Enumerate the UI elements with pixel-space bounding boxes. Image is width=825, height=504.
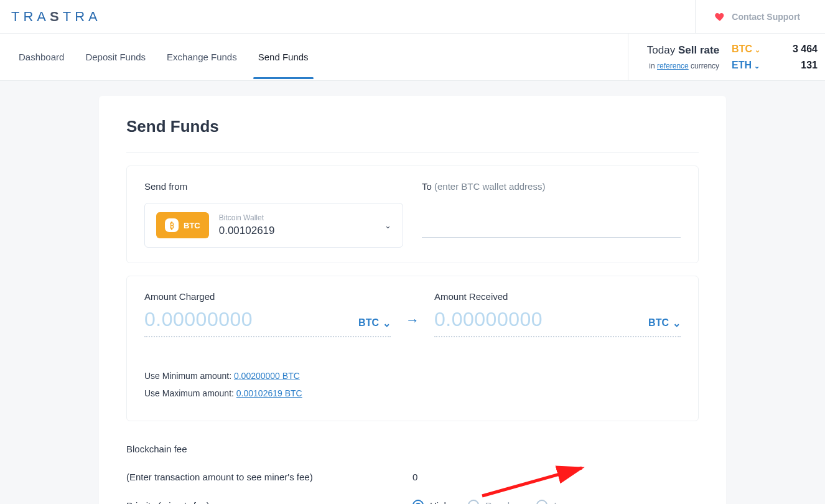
nav-dashboard[interactable]: Dashboard bbox=[19, 35, 64, 78]
rates-today: Today bbox=[647, 44, 678, 56]
wallet-balance: 0.00102619 bbox=[219, 225, 275, 237]
chevron-down-icon: ⌄ bbox=[754, 62, 760, 70]
to-hint: (enter BTC wallet address) bbox=[434, 181, 545, 192]
rate-eth-value: 131 bbox=[785, 60, 818, 71]
page-title: Send Funds bbox=[126, 117, 699, 153]
radio-icon bbox=[468, 500, 479, 504]
chevron-down-icon: ⌄ bbox=[383, 317, 391, 329]
contact-support-button[interactable]: Contact Support bbox=[695, 0, 825, 33]
brand-logo[interactable]: TRASTRA bbox=[0, 9, 101, 25]
priority-radios: High Regular Low bbox=[412, 500, 699, 504]
chevron-down-icon: ⌄ bbox=[673, 317, 681, 329]
main-nav: Dashboard Deposit Funds Exchange Funds S… bbox=[0, 34, 309, 80]
reference-link[interactable]: reference bbox=[657, 62, 689, 70]
chevron-down-icon: ⌄ bbox=[385, 221, 391, 230]
to-label: To bbox=[422, 181, 434, 192]
rate-eth-dropdown[interactable]: ETH⌄ 131 bbox=[732, 60, 818, 71]
rates-sell: Sell rate bbox=[678, 44, 719, 56]
chevron-down-icon: ⌄ bbox=[755, 46, 760, 54]
amount-received-input[interactable] bbox=[434, 308, 596, 331]
btc-badge: ₿ BTC bbox=[156, 212, 209, 238]
rates-panel: Today Sell rate in reference currency BT… bbox=[628, 34, 825, 80]
nav-send[interactable]: Send Funds bbox=[258, 35, 309, 78]
contact-support-label: Contact Support bbox=[732, 12, 800, 22]
send-from-label: Send from bbox=[144, 181, 403, 192]
amount-charged-label: Amount Charged bbox=[144, 291, 391, 302]
radio-icon bbox=[412, 500, 424, 504]
amount-charged-currency[interactable]: BTC ⌄ bbox=[358, 317, 391, 329]
wallet-name: Bitcoin Wallet bbox=[219, 213, 275, 222]
min-amount-link[interactable]: 0.00200000 BTC bbox=[234, 371, 300, 381]
radio-icon bbox=[536, 500, 548, 504]
fee-value: 0 bbox=[412, 472, 699, 482]
nav-exchange[interactable]: Exchange Funds bbox=[167, 35, 237, 78]
rate-btc-value: 3 464 bbox=[785, 44, 818, 55]
priority-low-radio[interactable]: Low bbox=[536, 500, 571, 504]
arrow-right-icon: → bbox=[406, 291, 419, 329]
max-amount-label: Use Maximum amount: bbox=[144, 388, 236, 398]
amount-received-label: Amount Received bbox=[434, 291, 681, 302]
max-amount-link[interactable]: 0.00102619 BTC bbox=[236, 388, 302, 398]
priority-label: Priority (miner's fee) bbox=[126, 500, 412, 505]
rate-btc-dropdown[interactable]: BTC⌄ 3 464 bbox=[732, 44, 818, 55]
priority-high-radio[interactable]: High bbox=[412, 500, 449, 504]
fee-hint: (Enter transaction amount to see miner's… bbox=[126, 472, 412, 482]
recipient-address-input[interactable] bbox=[422, 203, 681, 238]
heart-icon bbox=[714, 11, 725, 22]
amount-received-currency[interactable]: BTC ⌄ bbox=[648, 317, 681, 329]
min-amount-label: Use Minimum amount: bbox=[144, 371, 234, 381]
wallet-select[interactable]: ₿ BTC Bitcoin Wallet 0.00102619 ⌄ bbox=[144, 203, 403, 248]
nav-deposit[interactable]: Deposit Funds bbox=[85, 35, 146, 78]
blockchain-fee-title: Blockchain fee bbox=[126, 444, 699, 454]
priority-regular-radio[interactable]: Regular bbox=[468, 500, 518, 504]
amount-charged-input[interactable] bbox=[144, 308, 306, 331]
bitcoin-icon: ₿ bbox=[165, 218, 179, 232]
